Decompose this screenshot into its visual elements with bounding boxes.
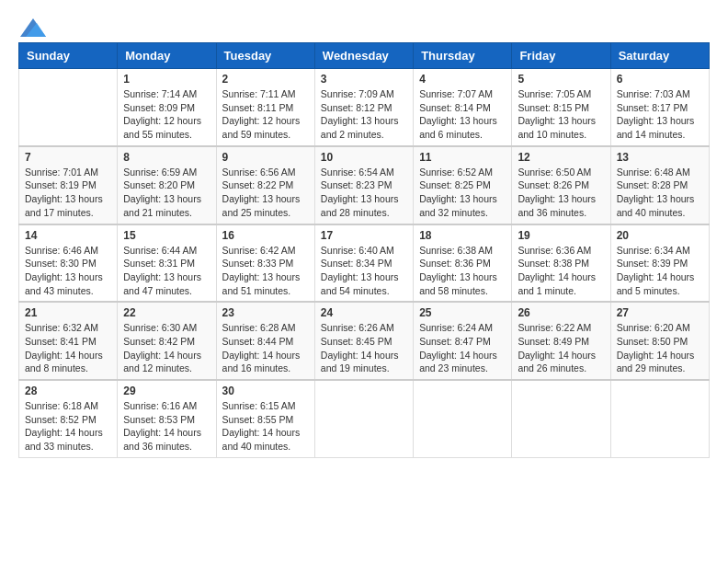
day-info: Sunrise: 6:50 AM Sunset: 8:26 PM Dayligh…	[518, 166, 604, 220]
day-number: 15	[123, 229, 210, 242]
day-number: 2	[222, 73, 309, 86]
calendar-cell: 27Sunrise: 6:20 AM Sunset: 8:50 PM Dayli…	[610, 302, 709, 380]
day-number: 4	[419, 73, 506, 86]
day-number: 21	[25, 306, 111, 319]
calendar-week-5: 28Sunrise: 6:18 AM Sunset: 8:52 PM Dayli…	[19, 380, 710, 457]
day-info: Sunrise: 6:48 AM Sunset: 8:28 PM Dayligh…	[617, 166, 703, 220]
day-number: 13	[617, 151, 703, 164]
calendar-cell: 11Sunrise: 6:52 AM Sunset: 8:25 PM Dayli…	[414, 146, 512, 224]
calendar-cell: 15Sunrise: 6:44 AM Sunset: 8:31 PM Dayli…	[118, 224, 216, 303]
calendar-cell: 4Sunrise: 7:07 AM Sunset: 8:14 PM Daylig…	[414, 69, 512, 146]
calendar-week-3: 14Sunrise: 6:46 AM Sunset: 8:30 PM Dayli…	[19, 224, 710, 303]
day-number: 22	[123, 306, 210, 319]
calendar-cell: 17Sunrise: 6:40 AM Sunset: 8:34 PM Dayli…	[314, 224, 413, 303]
day-number: 19	[518, 229, 604, 242]
day-info: Sunrise: 6:54 AM Sunset: 8:23 PM Dayligh…	[321, 166, 407, 220]
day-number: 23	[222, 306, 309, 319]
dow-header-saturday: Saturday	[610, 43, 709, 69]
day-number: 29	[123, 385, 210, 397]
day-number: 28	[25, 385, 111, 397]
day-number: 11	[419, 151, 506, 164]
calendar-cell: 26Sunrise: 6:22 AM Sunset: 8:49 PM Dayli…	[512, 302, 610, 380]
calendar-cell: 7Sunrise: 7:01 AM Sunset: 8:19 PM Daylig…	[19, 146, 118, 224]
day-info: Sunrise: 6:15 AM Sunset: 8:55 PM Dayligh…	[222, 399, 309, 454]
dow-header-thursday: Thursday	[414, 43, 512, 69]
calendar-cell: 12Sunrise: 6:50 AM Sunset: 8:26 PM Dayli…	[512, 146, 610, 224]
day-info: Sunrise: 7:01 AM Sunset: 8:19 PM Dayligh…	[25, 166, 111, 220]
day-info: Sunrise: 6:56 AM Sunset: 8:22 PM Dayligh…	[222, 166, 309, 220]
day-number: 1	[123, 73, 210, 86]
calendar-cell: 1Sunrise: 7:14 AM Sunset: 8:09 PM Daylig…	[118, 69, 216, 146]
day-info: Sunrise: 6:59 AM Sunset: 8:20 PM Dayligh…	[123, 166, 210, 220]
day-info: Sunrise: 6:38 AM Sunset: 8:36 PM Dayligh…	[419, 244, 506, 298]
day-info: Sunrise: 6:20 AM Sunset: 8:50 PM Dayligh…	[617, 321, 703, 375]
day-info: Sunrise: 6:18 AM Sunset: 8:52 PM Dayligh…	[25, 399, 111, 454]
day-number: 25	[419, 306, 506, 319]
calendar-cell: 10Sunrise: 6:54 AM Sunset: 8:23 PM Dayli…	[314, 146, 413, 224]
day-info: Sunrise: 6:40 AM Sunset: 8:34 PM Dayligh…	[321, 244, 407, 298]
day-info: Sunrise: 7:11 AM Sunset: 8:11 PM Dayligh…	[222, 87, 309, 142]
calendar-table: SundayMondayTuesdayWednesdayThursdayFrid…	[18, 42, 710, 458]
dow-header-sunday: Sunday	[19, 43, 118, 69]
day-number: 3	[321, 73, 407, 86]
day-number: 26	[518, 306, 604, 319]
calendar-cell: 22Sunrise: 6:30 AM Sunset: 8:42 PM Dayli…	[118, 302, 216, 380]
calendar-cell: 9Sunrise: 6:56 AM Sunset: 8:22 PM Daylig…	[216, 146, 314, 224]
day-number: 18	[419, 229, 506, 242]
day-number: 20	[617, 229, 703, 242]
day-info: Sunrise: 6:22 AM Sunset: 8:49 PM Dayligh…	[518, 321, 604, 375]
calendar-cell	[414, 380, 512, 457]
logo-icon	[20, 18, 46, 37]
day-info: Sunrise: 6:46 AM Sunset: 8:30 PM Dayligh…	[25, 244, 111, 298]
calendar-body: 1Sunrise: 7:14 AM Sunset: 8:09 PM Daylig…	[19, 69, 710, 458]
dow-header-tuesday: Tuesday	[216, 43, 314, 69]
logo	[18, 18, 48, 33]
calendar-week-4: 21Sunrise: 6:32 AM Sunset: 8:41 PM Dayli…	[19, 302, 710, 380]
day-info: Sunrise: 6:30 AM Sunset: 8:42 PM Dayligh…	[123, 321, 210, 375]
calendar-week-2: 7Sunrise: 7:01 AM Sunset: 8:19 PM Daylig…	[19, 146, 710, 224]
calendar-cell: 6Sunrise: 7:03 AM Sunset: 8:17 PM Daylig…	[610, 69, 709, 146]
day-info: Sunrise: 6:36 AM Sunset: 8:38 PM Dayligh…	[518, 244, 604, 298]
calendar-cell: 29Sunrise: 6:16 AM Sunset: 8:53 PM Dayli…	[118, 380, 216, 457]
day-number: 17	[321, 229, 407, 242]
calendar-cell: 2Sunrise: 7:11 AM Sunset: 8:11 PM Daylig…	[216, 69, 314, 146]
calendar-cell: 18Sunrise: 6:38 AM Sunset: 8:36 PM Dayli…	[414, 224, 512, 303]
page-header	[18, 18, 710, 33]
day-number: 16	[222, 229, 309, 242]
day-number: 7	[25, 151, 111, 164]
day-info: Sunrise: 7:14 AM Sunset: 8:09 PM Dayligh…	[123, 87, 210, 142]
day-info: Sunrise: 6:52 AM Sunset: 8:25 PM Dayligh…	[419, 166, 506, 220]
day-info: Sunrise: 7:03 AM Sunset: 8:17 PM Dayligh…	[617, 87, 703, 142]
calendar-cell: 23Sunrise: 6:28 AM Sunset: 8:44 PM Dayli…	[216, 302, 314, 380]
calendar-cell: 25Sunrise: 6:24 AM Sunset: 8:47 PM Dayli…	[414, 302, 512, 380]
day-info: Sunrise: 6:32 AM Sunset: 8:41 PM Dayligh…	[25, 321, 111, 375]
dow-header-friday: Friday	[512, 43, 610, 69]
day-info: Sunrise: 7:05 AM Sunset: 8:15 PM Dayligh…	[518, 87, 604, 142]
day-number: 12	[518, 151, 604, 164]
calendar-week-1: 1Sunrise: 7:14 AM Sunset: 8:09 PM Daylig…	[19, 69, 710, 146]
calendar-cell: 21Sunrise: 6:32 AM Sunset: 8:41 PM Dayli…	[19, 302, 118, 380]
calendar-cell: 5Sunrise: 7:05 AM Sunset: 8:15 PM Daylig…	[512, 69, 610, 146]
day-number: 24	[321, 306, 407, 319]
day-info: Sunrise: 6:28 AM Sunset: 8:44 PM Dayligh…	[222, 321, 309, 375]
calendar-cell: 8Sunrise: 6:59 AM Sunset: 8:20 PM Daylig…	[118, 146, 216, 224]
calendar-cell	[610, 380, 709, 457]
calendar-cell: 16Sunrise: 6:42 AM Sunset: 8:33 PM Dayli…	[216, 224, 314, 303]
day-number: 8	[123, 151, 210, 164]
calendar-cell: 19Sunrise: 6:36 AM Sunset: 8:38 PM Dayli…	[512, 224, 610, 303]
day-info: Sunrise: 6:34 AM Sunset: 8:39 PM Dayligh…	[617, 244, 703, 298]
calendar-cell: 24Sunrise: 6:26 AM Sunset: 8:45 PM Dayli…	[314, 302, 413, 380]
calendar-cell: 13Sunrise: 6:48 AM Sunset: 8:28 PM Dayli…	[610, 146, 709, 224]
calendar-cell: 30Sunrise: 6:15 AM Sunset: 8:55 PM Dayli…	[216, 380, 314, 457]
calendar-cell	[512, 380, 610, 457]
day-info: Sunrise: 6:16 AM Sunset: 8:53 PM Dayligh…	[123, 399, 210, 454]
calendar-cell	[314, 380, 413, 457]
day-number: 30	[222, 385, 309, 397]
calendar-cell: 3Sunrise: 7:09 AM Sunset: 8:12 PM Daylig…	[314, 69, 413, 146]
day-number: 9	[222, 151, 309, 164]
day-number: 27	[617, 306, 703, 319]
day-number: 6	[617, 73, 703, 86]
dow-header-monday: Monday	[118, 43, 216, 69]
calendar-cell: 28Sunrise: 6:18 AM Sunset: 8:52 PM Dayli…	[19, 380, 118, 457]
day-info: Sunrise: 6:44 AM Sunset: 8:31 PM Dayligh…	[123, 244, 210, 298]
